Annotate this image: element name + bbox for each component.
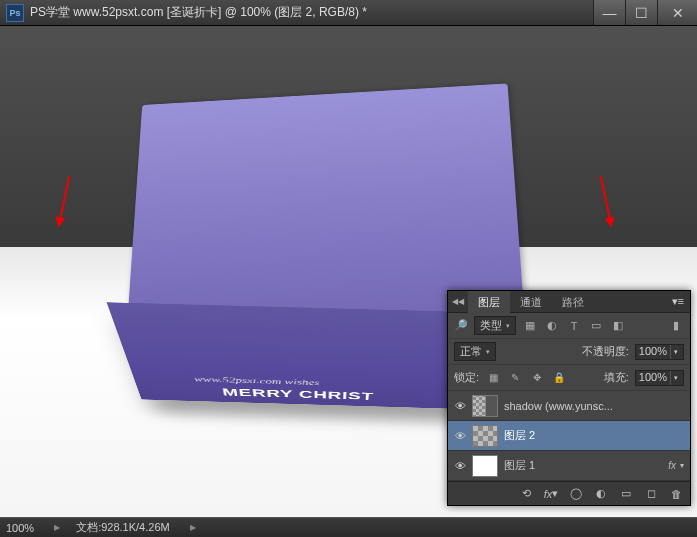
visibility-toggle-icon[interactable]: 👁 (448, 400, 472, 412)
filter-adjust-icon[interactable]: ◐ (544, 318, 560, 334)
filter-shape-icon[interactable]: ▭ (588, 318, 604, 334)
card-heading: MERRY CHRIST (221, 386, 374, 403)
collapse-icon[interactable]: ◀◀ (448, 297, 468, 306)
panel-menu-icon[interactable]: ▾≡ (666, 295, 690, 308)
doc-size-label: 文档: (76, 521, 101, 533)
filter-smart-icon[interactable]: ◧ (610, 318, 626, 334)
lock-position-icon[interactable]: ✥ (529, 370, 545, 386)
tab-channels[interactable]: 通道 (510, 291, 552, 313)
doc-size-value: 928.1K/4.26M (101, 521, 170, 533)
link-layers-icon[interactable]: ⟲ (518, 486, 534, 502)
new-layer-icon[interactable]: ◻ (643, 486, 659, 502)
card-subtext: www.52psxt.com wishes (193, 375, 319, 387)
titlebar: Ps PS学堂 www.52psxt.com [圣诞折卡] @ 100% (图层… (0, 0, 697, 26)
app-icon: Ps (6, 4, 24, 22)
group-icon[interactable]: ▭ (618, 486, 634, 502)
layer-name[interactable]: 图层 1 (504, 458, 664, 473)
panel-footer: ⟲ fx▾ ◯ ◐ ▭ ◻ 🗑 (448, 481, 690, 505)
doc-menu-icon[interactable]: ▶ (190, 523, 196, 532)
fill-input[interactable]: 100%▾ (635, 370, 684, 386)
close-button[interactable]: ✕ (657, 0, 697, 25)
opacity-input[interactable]: 100%▾ (635, 344, 684, 360)
lock-row: 锁定: ▦ ✎ ✥ 🔒 填充: 100%▾ (448, 365, 690, 391)
layer-filter-row: 🔎 类型▾ ▦ ◐ T ▭ ◧ ▮ (448, 313, 690, 339)
zoom-menu-icon[interactable]: ▶ (54, 523, 60, 532)
layers-panel: ◀◀ 图层 通道 路径 ▾≡ 🔎 类型▾ ▦ ◐ T ▭ ◧ ▮ 正常▾ 不透明… (447, 290, 691, 506)
layer-row[interactable]: 👁 图层 2 (448, 421, 690, 451)
visibility-toggle-icon[interactable]: 👁 (448, 430, 472, 442)
layers-list: 👁 shadow (www.yunsc... 👁 图层 2 👁 图层 1 fx … (448, 391, 690, 481)
filter-type-icon[interactable]: T (566, 318, 582, 334)
lock-label: 锁定: (454, 370, 479, 385)
window-title: PS学堂 www.52psxt.com [圣诞折卡] @ 100% (图层 2,… (30, 4, 593, 21)
panel-tabs: ◀◀ 图层 通道 路径 ▾≡ (448, 291, 690, 313)
adjustment-layer-icon[interactable]: ◐ (593, 486, 609, 502)
filter-pixel-icon[interactable]: ▦ (522, 318, 538, 334)
delete-layer-icon[interactable]: 🗑 (668, 486, 684, 502)
blend-row: 正常▾ 不透明度: 100%▾ (448, 339, 690, 365)
layer-name[interactable]: shadow (www.yunsc... (504, 400, 684, 412)
search-icon[interactable]: 🔎 (454, 319, 468, 332)
tab-paths[interactable]: 路径 (552, 291, 594, 313)
layer-thumb (472, 395, 498, 417)
minimize-button[interactable]: — (593, 0, 625, 25)
layer-name[interactable]: 图层 2 (504, 428, 684, 443)
opacity-label: 不透明度: (582, 344, 629, 359)
layer-thumb (472, 425, 498, 447)
layer-mask-icon[interactable]: ◯ (568, 486, 584, 502)
fx-badge[interactable]: fx (668, 460, 676, 471)
lock-pixels-icon[interactable]: ✎ (507, 370, 523, 386)
visibility-toggle-icon[interactable]: 👁 (448, 460, 472, 472)
tab-layers[interactable]: 图层 (468, 291, 510, 313)
window-controls: — ☐ ✕ (593, 0, 697, 25)
lock-all-icon[interactable]: 🔒 (551, 370, 567, 386)
fill-label: 填充: (604, 370, 629, 385)
layer-fx-icon[interactable]: fx▾ (543, 486, 559, 502)
layer-thumb (472, 455, 498, 477)
layer-row[interactable]: 👁 shadow (www.yunsc... (448, 391, 690, 421)
lock-transparent-icon[interactable]: ▦ (485, 370, 501, 386)
fx-expand-icon[interactable]: ▾ (680, 461, 684, 470)
layer-row[interactable]: 👁 图层 1 fx ▾ (448, 451, 690, 481)
filter-toggle-icon[interactable]: ▮ (668, 318, 684, 334)
zoom-level[interactable]: 100% (6, 522, 34, 534)
statusbar: 100% ▶ 文档:928.1K/4.26M ▶ (0, 517, 697, 537)
blend-mode-dropdown[interactable]: 正常▾ (454, 342, 496, 361)
filter-type-dropdown[interactable]: 类型▾ (474, 316, 516, 335)
restore-button[interactable]: ☐ (625, 0, 657, 25)
